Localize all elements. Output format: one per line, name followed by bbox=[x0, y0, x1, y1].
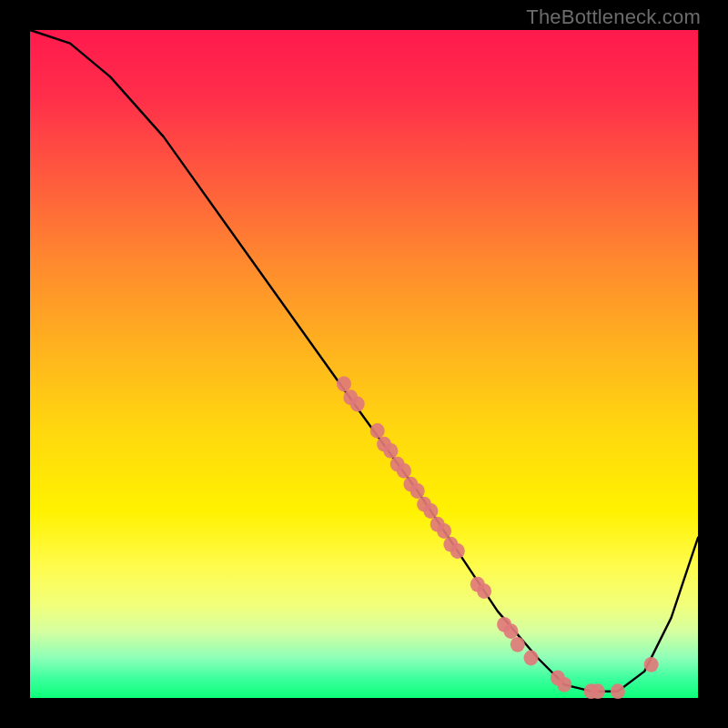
svg-point-11 bbox=[423, 503, 438, 519]
watermark-text: TheBottleneck.com bbox=[526, 5, 701, 29]
svg-point-25 bbox=[591, 683, 605, 699]
svg-point-2 bbox=[350, 397, 365, 412]
svg-point-19 bbox=[504, 623, 519, 639]
chart-svg bbox=[30, 30, 698, 698]
svg-point-26 bbox=[611, 683, 625, 699]
svg-point-13 bbox=[437, 523, 451, 539]
svg-point-27 bbox=[644, 657, 659, 672]
svg-point-7 bbox=[397, 463, 411, 479]
curve-markers bbox=[337, 377, 659, 699]
svg-point-23 bbox=[557, 677, 571, 693]
svg-point-5 bbox=[383, 443, 398, 459]
svg-point-0 bbox=[337, 377, 351, 392]
svg-point-17 bbox=[477, 583, 491, 599]
svg-point-9 bbox=[410, 483, 425, 499]
svg-point-20 bbox=[511, 637, 525, 652]
svg-point-3 bbox=[370, 423, 385, 439]
svg-point-15 bbox=[450, 543, 465, 559]
curve-line bbox=[30, 30, 698, 692]
svg-point-21 bbox=[524, 651, 539, 666]
chart-frame: TheBottleneck.com bbox=[0, 0, 728, 728]
